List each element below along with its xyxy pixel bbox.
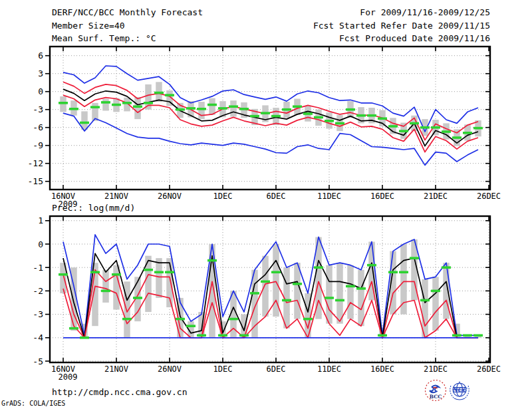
svg-text:1: 1 (38, 215, 43, 225)
svg-text:-5: -5 (33, 356, 43, 366)
grads-credit: GrADS: COLA/IGES (1, 400, 65, 407)
bcc-logo-text: BCC (430, 394, 442, 400)
svg-text:1DEC: 1DEC (213, 364, 233, 374)
svg-text:-12: -12 (28, 158, 43, 168)
svg-text:21NOV: 21NOV (104, 192, 128, 201)
svg-text:6: 6 (38, 51, 43, 61)
svg-text:-3: -3 (33, 309, 43, 319)
svg-text:-6: -6 (33, 122, 43, 132)
svg-text:6DEC: 6DEC (267, 364, 286, 374)
precipitation-variable-label: Prec.: log(mm/d) (52, 203, 135, 213)
svg-text:11DEC: 11DEC (317, 364, 341, 374)
svg-text:6DEC: 6DEC (267, 192, 286, 201)
svg-text:1DEC: 1DEC (213, 192, 233, 201)
temperature-chart: 630-3-6-9-12-1516NOV200921NOV26NOV1DEC6D… (28, 47, 501, 209)
svg-text:-3: -3 (33, 104, 43, 114)
svg-text:26NOV: 26NOV (158, 192, 182, 201)
svg-text:-9: -9 (33, 140, 43, 150)
source-url: http://cmdp.ncc.cma.gov.cn (52, 387, 188, 397)
svg-text:3: 3 (38, 68, 43, 78)
svg-text:0: 0 (38, 239, 43, 249)
svg-text:2009: 2009 (59, 372, 78, 382)
ncc-logo: NCC (447, 379, 472, 403)
svg-text:0: 0 (38, 86, 43, 96)
svg-text:21DEC: 21DEC (424, 364, 448, 374)
precipitation-chart: 10-1-2-3-4-516NOV200921NOV26NOV1DEC6DEC1… (33, 215, 501, 382)
svg-text:11DEC: 11DEC (317, 192, 341, 201)
svg-text:16DEC: 16DEC (370, 192, 394, 201)
svg-text:21DEC: 21DEC (424, 192, 448, 201)
ncc-logo-text: NCC (452, 386, 467, 393)
svg-text:-4: -4 (33, 333, 43, 342)
svg-text:26DEC: 26DEC (477, 364, 501, 374)
svg-text:-15: -15 (28, 176, 43, 186)
svg-text:16DEC: 16DEC (370, 364, 394, 374)
svg-text:21NOV: 21NOV (104, 364, 128, 374)
svg-text:-1: -1 (33, 263, 43, 273)
svg-text:26DEC: 26DEC (477, 192, 501, 201)
grads-forecast-plot: DERF/NCC/BCC Monthly Forecast Member Siz… (0, 0, 532, 411)
svg-text:26NOV: 26NOV (158, 364, 182, 374)
bcc-logo: BCC (424, 379, 447, 403)
svg-text:-2: -2 (33, 286, 43, 296)
